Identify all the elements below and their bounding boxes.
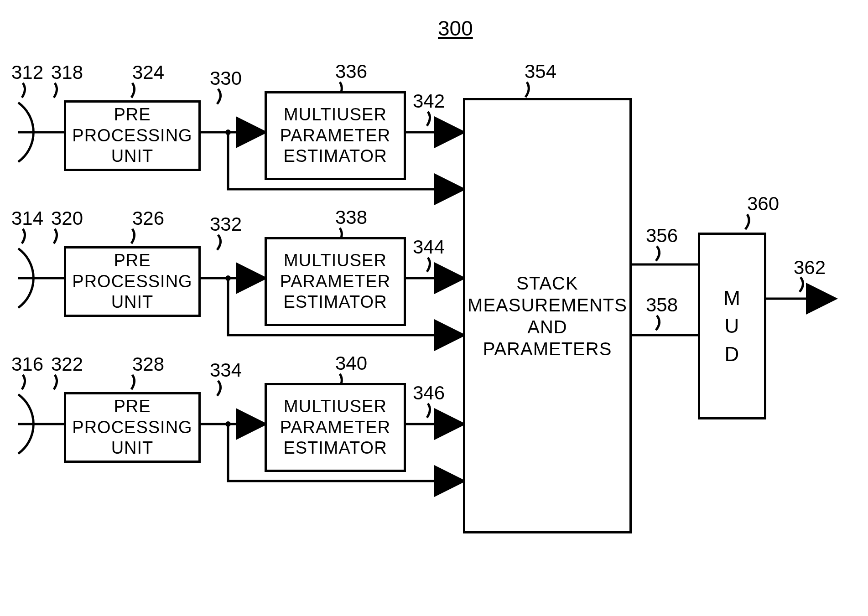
ref-334: 334: [210, 359, 242, 381]
multiuser-parameter-estimator-2: MULTIUSER PARAMETER ESTIMATOR: [265, 237, 406, 326]
pre-processing-unit-3: PRE PROCESSING UNIT: [64, 392, 201, 463]
ref-344: 344: [413, 236, 445, 258]
ref-320: 320: [51, 207, 83, 229]
pre-processing-unit-2: PRE PROCESSING UNIT: [64, 246, 201, 317]
ref-316: 316: [11, 353, 43, 375]
ref-340: 340: [335, 352, 367, 374]
diagram-canvas: 300: [0, 0, 868, 616]
svg-point-2: [225, 129, 231, 135]
figure-number: 300: [438, 16, 473, 41]
svg-point-6: [225, 275, 231, 281]
ref-318: 318: [51, 62, 83, 83]
ref-336: 336: [335, 61, 367, 83]
ref-324: 324: [132, 62, 164, 83]
stack-measurements-parameters: STACK MEASUREMENTS AND PARAMETERS: [463, 98, 632, 533]
ref-330: 330: [210, 67, 242, 89]
ref-338: 338: [335, 207, 367, 228]
ref-362: 362: [794, 257, 826, 279]
ref-332: 332: [210, 213, 242, 235]
multiuser-parameter-estimator-3: MULTIUSER PARAMETER ESTIMATOR: [265, 383, 406, 472]
ref-346: 346: [413, 382, 445, 404]
ref-360: 360: [747, 193, 779, 215]
ref-356: 356: [646, 225, 678, 247]
multiuser-parameter-estimator-1: MULTIUSER PARAMETER ESTIMATOR: [265, 91, 406, 180]
pre-processing-unit-1: PRE PROCESSING UNIT: [64, 100, 201, 171]
mud-block: MUD: [698, 233, 766, 419]
ref-312: 312: [11, 62, 43, 83]
ref-328: 328: [132, 353, 164, 375]
ref-314: 314: [11, 207, 43, 229]
ppu-3-label: PRE PROCESSING UNIT: [66, 396, 198, 459]
svg-point-10: [225, 421, 231, 427]
ppu-2-label: PRE PROCESSING UNIT: [66, 250, 198, 313]
ref-358: 358: [646, 294, 678, 316]
ref-354: 354: [525, 61, 556, 83]
ppu-1-label: PRE PROCESSING UNIT: [66, 104, 198, 167]
mpe-2-label: MULTIUSER PARAMETER ESTIMATOR: [267, 250, 404, 313]
mpe-1-label: MULTIUSER PARAMETER ESTIMATOR: [267, 104, 404, 167]
ref-326: 326: [132, 207, 164, 229]
stack-label: STACK MEASUREMENTS AND PARAMETERS: [465, 272, 629, 360]
mud-label: MUD: [723, 284, 741, 368]
mpe-3-label: MULTIUSER PARAMETER ESTIMATOR: [267, 396, 404, 459]
ref-342: 342: [413, 90, 445, 112]
ref-322: 322: [51, 353, 83, 375]
